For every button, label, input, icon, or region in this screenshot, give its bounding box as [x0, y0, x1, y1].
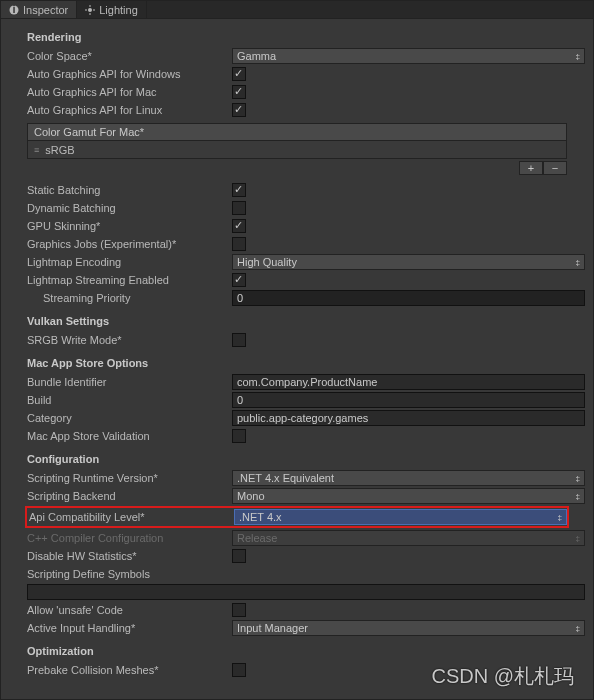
label-color-space: Color Space* [27, 50, 232, 62]
dropdown-cpp-config: Release‡ [232, 530, 585, 546]
input-category[interactable] [232, 410, 585, 426]
chevron-down-icon: ‡ [576, 258, 580, 267]
dropdown-api-compat[interactable]: .NET 4.x‡ [234, 509, 567, 525]
tab-label: Lighting [99, 4, 138, 16]
label: Category [27, 412, 232, 424]
label: Allow 'unsafe' Code [27, 604, 232, 616]
label: Disable HW Statistics* [27, 550, 232, 562]
row-color-space: Color Space* Gamma‡ [27, 47, 585, 65]
row-active-input: Active Input Handling* Input Manager‡ [27, 619, 585, 637]
list-controls: + − [27, 161, 567, 175]
highlight-api-compat: Api Compatibility Level* .NET 4.x‡ [25, 506, 569, 528]
checkbox-static-batching[interactable] [232, 183, 246, 197]
row-bundle-id: Bundle Identifier [27, 373, 585, 391]
input-define-symbols[interactable] [27, 584, 585, 600]
svg-point-2 [88, 8, 92, 12]
label: Scripting Backend [27, 490, 232, 502]
input-build[interactable] [232, 392, 585, 408]
row-graphics-jobs: Graphics Jobs (Experimental)* [27, 235, 585, 253]
input-streaming-priority[interactable] [232, 290, 585, 306]
label: GPU Skinning* [27, 220, 232, 232]
checkbox-srgb-write[interactable] [232, 333, 246, 347]
tab-lighting[interactable]: Lighting [77, 1, 147, 18]
remove-button[interactable]: − [543, 161, 567, 175]
label: Mac App Store Validation [27, 430, 232, 442]
row-api-compat: Api Compatibility Level* .NET 4.x‡ [27, 508, 567, 526]
checkbox-disable-hw-stats[interactable] [232, 549, 246, 563]
checkbox-graphics-jobs[interactable] [232, 237, 246, 251]
label: Auto Graphics API for Windows [27, 68, 232, 80]
dropdown-value: Input Manager [237, 622, 308, 634]
checkbox-prebake-collision[interactable] [232, 663, 246, 677]
checkbox-auto-gfx-linux[interactable] [232, 103, 246, 117]
dropdown-value: .NET 4.x Equivalent [237, 472, 334, 484]
checkbox-gpu-skinning[interactable] [232, 219, 246, 233]
tab-bar: i Inspector Lighting [1, 1, 593, 19]
label: Streaming Priority [43, 292, 232, 304]
chevron-down-icon: ‡ [576, 492, 580, 501]
section-optimization: Optimization [27, 645, 585, 657]
row-auto-gfx-linux: Auto Graphics API for Linux [27, 101, 585, 119]
row-build: Build [27, 391, 585, 409]
inspector-window: i Inspector Lighting Rendering Color Spa… [0, 0, 594, 700]
label: Scripting Define Symbols [27, 568, 232, 580]
label: Bundle Identifier [27, 376, 232, 388]
label: Lightmap Encoding [27, 256, 232, 268]
dropdown-value: Mono [237, 490, 265, 502]
dropdown-active-input[interactable]: Input Manager‡ [232, 620, 585, 636]
dropdown-color-space[interactable]: Gamma‡ [232, 48, 585, 64]
label: SRGB Write Mode* [27, 334, 232, 346]
label: Prebake Collision Meshes* [27, 664, 232, 676]
input-bundle-id[interactable] [232, 374, 585, 390]
checkbox-allow-unsafe[interactable] [232, 603, 246, 617]
label: Lightmap Streaming Enabled [27, 274, 232, 286]
chevron-down-icon: ‡ [576, 624, 580, 633]
drag-handle-icon[interactable]: ≡ [34, 145, 39, 155]
row-lightmap-streaming: Lightmap Streaming Enabled [27, 271, 585, 289]
row-prebake-collision: Prebake Collision Meshes* [27, 661, 585, 679]
checkbox-auto-gfx-windows[interactable] [232, 67, 246, 81]
checkbox-mac-validation[interactable] [232, 429, 246, 443]
checkbox-dynamic-batching[interactable] [232, 201, 246, 215]
checkbox-lightmap-streaming[interactable] [232, 273, 246, 287]
section-mac-app-store: Mac App Store Options [27, 357, 585, 369]
inspector-content: Rendering Color Space* Gamma‡ Auto Graph… [1, 19, 593, 699]
tab-label: Inspector [23, 4, 68, 16]
row-gpu-skinning: GPU Skinning* [27, 217, 585, 235]
dropdown-scripting-backend[interactable]: Mono‡ [232, 488, 585, 504]
list-header-color-gamut[interactable]: Color Gamut For Mac* [27, 123, 567, 141]
row-lightmap-encoding: Lightmap Encoding High Quality‡ [27, 253, 585, 271]
add-button[interactable]: + [519, 161, 543, 175]
dropdown-lightmap-encoding[interactable]: High Quality‡ [232, 254, 585, 270]
row-mac-validation: Mac App Store Validation [27, 427, 585, 445]
row-static-batching: Static Batching [27, 181, 585, 199]
label: Auto Graphics API for Mac [27, 86, 232, 98]
row-define-symbols: Scripting Define Symbols [27, 565, 585, 583]
label: Dynamic Batching [27, 202, 232, 214]
list-item-srgb[interactable]: ≡ sRGB [27, 141, 567, 159]
row-allow-unsafe: Allow 'unsafe' Code [27, 601, 585, 619]
row-cpp-config: C++ Compiler Configuration Release‡ [27, 529, 585, 547]
label: Auto Graphics API for Linux [27, 104, 232, 116]
row-scripting-runtime: Scripting Runtime Version* .NET 4.x Equi… [27, 469, 585, 487]
section-vulkan: Vulkan Settings [27, 315, 585, 327]
row-category: Category [27, 409, 585, 427]
dropdown-scripting-runtime[interactable]: .NET 4.x Equivalent‡ [232, 470, 585, 486]
label: Static Batching [27, 184, 232, 196]
chevron-down-icon: ‡ [576, 534, 580, 543]
checkbox-auto-gfx-mac[interactable] [232, 85, 246, 99]
row-scripting-backend: Scripting Backend Mono‡ [27, 487, 585, 505]
section-rendering: Rendering [27, 31, 585, 43]
sun-icon [85, 5, 95, 15]
tab-inspector[interactable]: i Inspector [1, 1, 77, 18]
label: Graphics Jobs (Experimental)* [27, 238, 232, 250]
dropdown-value: Gamma [237, 50, 276, 62]
section-configuration: Configuration [27, 453, 585, 465]
row-srgb-write: SRGB Write Mode* [27, 331, 585, 349]
row-disable-hw-stats: Disable HW Statistics* [27, 547, 585, 565]
row-define-symbols-input [27, 583, 585, 601]
chevron-down-icon: ‡ [576, 474, 580, 483]
label: Scripting Runtime Version* [27, 472, 232, 484]
row-auto-gfx-mac: Auto Graphics API for Mac [27, 83, 585, 101]
list-item-label: sRGB [45, 144, 74, 156]
